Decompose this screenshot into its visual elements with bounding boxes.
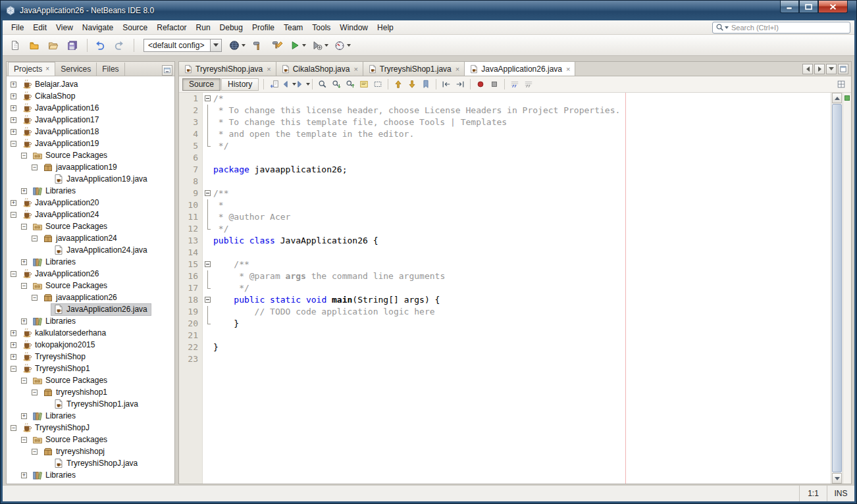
code-text[interactable]: */ (213, 140, 831, 152)
code-text[interactable]: * To change this license header, choose … (213, 105, 831, 116)
collapse-node-icon[interactable]: − (21, 224, 27, 230)
code-editor[interactable]: 1/*2 * To change this license header, ch… (179, 93, 831, 484)
collapse-node-icon[interactable]: − (32, 449, 38, 455)
find-previous-button[interactable] (344, 78, 357, 91)
tree-item[interactable]: −tryreyshishop1 (7, 386, 174, 398)
tree-item[interactable]: −Source Packages (7, 374, 174, 386)
view-button-source[interactable]: Source (182, 78, 221, 91)
tree-item[interactable]: JavaApplication26.java (7, 303, 174, 315)
collapse-node-icon[interactable]: − (32, 164, 38, 170)
nav-back-button[interactable] (282, 78, 295, 91)
menu-team[interactable]: Team (279, 20, 307, 35)
record-macro-button[interactable] (474, 78, 487, 91)
menu-profile[interactable]: Profile (247, 20, 279, 35)
expand-node-icon[interactable]: + (21, 188, 27, 194)
save-all-button[interactable] (64, 37, 81, 54)
nav-forward-button[interactable] (296, 78, 309, 91)
new-project-button[interactable] (26, 37, 43, 54)
code-text[interactable]: */ (213, 282, 831, 294)
open-project-button[interactable] (45, 37, 62, 54)
tree-item[interactable]: −javaapplication24 (7, 232, 174, 244)
undo-button[interactable] (91, 37, 109, 54)
panel-tab-projects[interactable]: Projects× (8, 62, 55, 76)
expand-node-icon[interactable]: + (11, 82, 16, 88)
menu-run[interactable]: Run (192, 20, 215, 35)
expand-node-icon[interactable]: + (11, 342, 16, 348)
tree-item[interactable]: +JavaApplication17 (7, 114, 174, 126)
tree-item[interactable]: −Source Packages (7, 434, 174, 445)
menu-file[interactable]: File (7, 20, 28, 35)
stop-macro-button[interactable] (488, 78, 501, 91)
code-text[interactable]: package javaapplication26; (213, 164, 831, 176)
code-text[interactable]: * @param args the command line arguments (213, 270, 831, 282)
code-text[interactable]: public static void main(String[] args) { (213, 294, 831, 306)
error-stripe[interactable] (843, 93, 851, 484)
expand-node-icon[interactable]: + (11, 93, 16, 99)
expand-node-icon[interactable]: + (11, 200, 16, 206)
expand-node-icon[interactable]: + (11, 129, 16, 135)
code-text[interactable] (213, 330, 831, 341)
collapse-node-icon[interactable]: − (32, 236, 38, 241)
tree-item[interactable]: −JavaApplication26 (7, 268, 174, 280)
toggle-bookmark-button[interactable] (419, 78, 432, 91)
tree-item[interactable]: +TryreyshiShop (7, 351, 174, 363)
scroll-tabs-left-button[interactable] (802, 64, 813, 74)
uncomment-button[interactable] (522, 78, 535, 91)
fold-collapse-icon[interactable] (205, 95, 211, 101)
tree-item[interactable]: −tryreyshishopj (7, 445, 174, 457)
globe-dropdown-icon[interactable] (242, 44, 246, 47)
comment-button[interactable] (508, 78, 521, 91)
tree-item[interactable]: +Belajar.Java (7, 78, 174, 90)
code-text[interactable] (213, 176, 831, 188)
document-tab[interactable]: JavaApplication26.java× (465, 62, 575, 76)
code-text[interactable]: */ (213, 223, 831, 235)
document-tab[interactable]: CikalaShop.java× (276, 62, 363, 76)
tree-item[interactable]: +JavaApplication16 (7, 102, 174, 114)
shift-left-button[interactable] (440, 78, 453, 91)
code-text[interactable] (213, 247, 831, 259)
close-tab-icon[interactable]: × (455, 65, 459, 73)
tree-item[interactable]: −JavaApplication19 (7, 138, 174, 149)
menu-source[interactable]: Source (118, 20, 152, 35)
insert-mode-indicator[interactable]: INS (827, 486, 854, 501)
tab-list-dropdown-button[interactable] (826, 64, 837, 74)
tree-item[interactable]: TryreyshiShop1.java (7, 398, 174, 410)
globe-button[interactable] (227, 37, 247, 54)
menu-view[interactable]: View (51, 20, 78, 35)
expand-node-icon[interactable]: + (21, 318, 27, 324)
collapse-node-icon[interactable]: − (11, 141, 16, 147)
last-edit-button[interactable] (268, 78, 281, 91)
build-button[interactable] (249, 37, 267, 54)
menu-navigate[interactable]: Navigate (78, 20, 118, 35)
menu-edit[interactable]: Edit (28, 20, 51, 35)
scroll-down-button[interactable] (832, 473, 842, 484)
find-next-button[interactable] (330, 78, 343, 91)
scroll-up-button[interactable] (832, 93, 842, 103)
maximize-editor-button[interactable] (838, 64, 848, 74)
shift-right-button[interactable] (454, 78, 467, 91)
collapse-node-icon[interactable]: − (21, 437, 27, 443)
profile-button[interactable] (332, 37, 353, 54)
tree-item[interactable]: +Libraries (7, 469, 174, 481)
tree-item[interactable]: JavaApplication24.java (7, 244, 174, 256)
expand-node-icon[interactable]: + (21, 413, 27, 419)
close-panel-icon[interactable]: × (45, 66, 49, 72)
fold-collapse-icon[interactable] (205, 261, 211, 267)
tree-item[interactable]: −TryreyshiShopJ (7, 422, 174, 434)
tree-item[interactable]: JavaApplication19.java (7, 173, 174, 185)
debug-button[interactable] (310, 37, 330, 54)
tree-item[interactable]: +tokopakjono2015 (7, 339, 174, 351)
tree-item[interactable]: −javaapplication19 (7, 161, 174, 173)
expand-node-icon[interactable]: + (11, 105, 16, 111)
collapse-node-icon[interactable]: − (11, 212, 16, 218)
search-scope-dropdown-icon[interactable] (725, 26, 729, 29)
collapse-node-icon[interactable]: − (21, 153, 27, 159)
tree-item[interactable]: +CikalaShop (7, 90, 174, 102)
panel-tab-files[interactable]: Files (97, 63, 124, 76)
expand-node-icon[interactable]: + (11, 330, 16, 336)
project-configuration-select[interactable]: <default config> (143, 39, 222, 52)
tree-item[interactable]: −javaapplication26 (7, 291, 174, 303)
tree-item[interactable]: +Libraries (7, 315, 174, 327)
expand-node-icon[interactable]: + (21, 472, 27, 478)
editor-scrollbar[interactable] (831, 93, 843, 484)
